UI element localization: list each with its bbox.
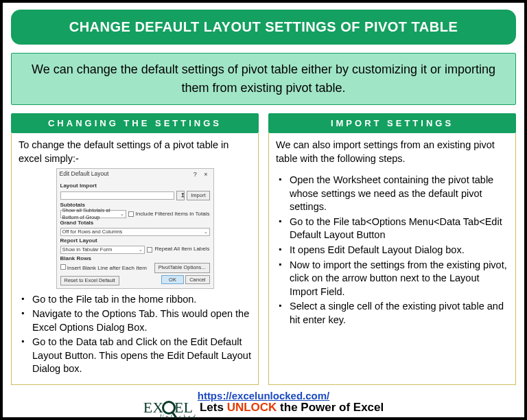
list-item: Select a single cell of the existing piv… bbox=[279, 300, 508, 327]
list-item: It opens Edit Default Layout Dialog box. bbox=[279, 244, 508, 257]
layout-import-field[interactable] bbox=[60, 191, 175, 200]
import-button[interactable]: Import bbox=[187, 191, 209, 200]
edit-default-layout-dialog: Edit Default Layout ? × Layout Import ↥ … bbox=[56, 168, 214, 289]
pivottable-options-button[interactable]: PivotTable Options... bbox=[154, 263, 210, 272]
list-item: Open the Worksheet containing the pivot … bbox=[279, 174, 508, 214]
infographic-frame: CHANGE DEFAULT LAYOUT SETTINGS OF PIVOT … bbox=[0, 0, 527, 420]
right-header: IMPORT SETTINGS bbox=[268, 113, 516, 133]
page-title: CHANGE DEFAULT LAYOUT SETTINGS OF PIVOT … bbox=[11, 10, 516, 45]
magnifier-icon bbox=[162, 401, 176, 415]
dialog-title-text: Edit Default Layout bbox=[60, 170, 109, 178]
list-item: Go to the File tab in the home ribbon. bbox=[21, 293, 251, 307]
grand-totals-label: Grand Totals bbox=[60, 220, 210, 227]
list-item: Now to import the settings from the exis… bbox=[279, 259, 508, 299]
subtotals-select[interactable]: Show all Subtotals at Bottom of Group⌄ bbox=[60, 210, 126, 218]
report-layout-select[interactable]: Show in Tabular Form⌄ bbox=[60, 246, 145, 254]
intro-text: We can change the default settings of pi… bbox=[11, 53, 516, 105]
left-steps: Go to the File tab in the home ribbon. N… bbox=[19, 293, 251, 376]
left-lead: To change the default settings of a pivo… bbox=[19, 139, 251, 165]
dialog-window-controls: ? × bbox=[194, 170, 211, 178]
grand-totals-select[interactable]: Off for Rows and Columns⌄ bbox=[60, 228, 210, 236]
report-layout-label: Report Layout bbox=[60, 237, 210, 245]
include-filtered-label: Include Filtered Items in Totals bbox=[136, 211, 210, 218]
repeat-labels-checkbox[interactable] bbox=[147, 247, 152, 253]
left-body: To change the default settings of a pivo… bbox=[11, 133, 259, 385]
layout-import-arrow-button[interactable]: ↥ bbox=[176, 191, 185, 200]
repeat-labels-label: Repeat All Item Labels bbox=[154, 246, 209, 253]
left-header: CHANGING THE SETTINGS bbox=[11, 113, 259, 133]
right-lead: We can also import settings from an exis… bbox=[276, 139, 508, 165]
left-column: CHANGING THE SETTINGS To change the defa… bbox=[11, 113, 259, 385]
footer-link[interactable]: https://excelunlocked.com/ bbox=[198, 390, 330, 401]
ok-button[interactable]: OK bbox=[161, 275, 184, 284]
footer: https://excelunlocked.com/ EXEL Unlocked… bbox=[3, 390, 524, 415]
blank-rows-checkbox[interactable] bbox=[60, 264, 66, 270]
right-body: We can also import settings from an exis… bbox=[268, 133, 516, 385]
cancel-button[interactable]: Cancel bbox=[185, 275, 209, 284]
blank-rows-label: Blank Rows bbox=[60, 255, 210, 263]
footer-tagline: Lets UNLOCK the Power of Excel bbox=[200, 401, 384, 415]
list-item: Navigate to the Options Tab. This would … bbox=[21, 307, 251, 334]
reset-button[interactable]: Reset to Excel Default bbox=[60, 276, 119, 285]
right-column: IMPORT SETTINGS We can also import setti… bbox=[268, 113, 516, 385]
blank-rows-check-label: Insert Blank Line after Each Item bbox=[67, 265, 147, 271]
content-columns: CHANGING THE SETTINGS To change the defa… bbox=[11, 113, 516, 385]
list-item: Go to the File tab<Options Menu<Data Tab… bbox=[279, 215, 508, 242]
list-item: Go to the Data tab and Click on the Edit… bbox=[21, 336, 251, 376]
excel-unlocked-logo: EXEL Unlocked bbox=[143, 401, 193, 415]
layout-import-label: Layout Import bbox=[60, 183, 210, 190]
include-filtered-checkbox[interactable] bbox=[128, 211, 134, 217]
right-steps: Open the Worksheet containing the pivot … bbox=[276, 174, 508, 327]
